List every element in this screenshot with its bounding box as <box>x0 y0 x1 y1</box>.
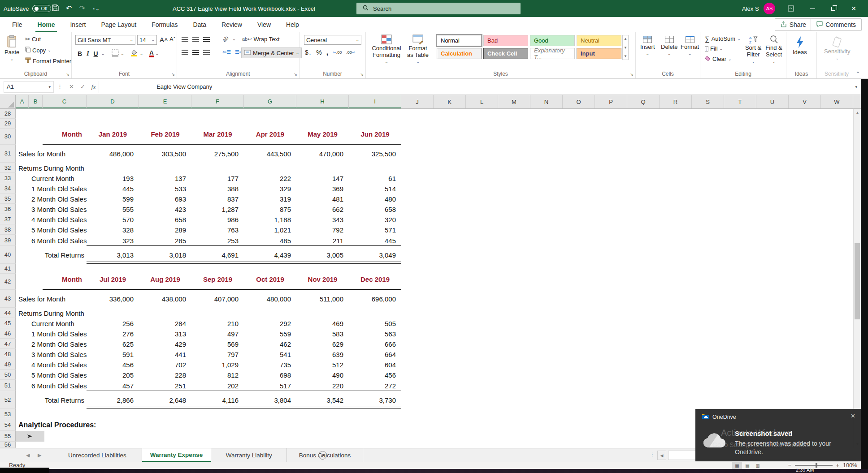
currency-button[interactable]: $⌄ <box>305 49 312 56</box>
cell-value[interactable]: 3,018 <box>139 251 191 259</box>
zoom-in-icon[interactable]: + <box>836 462 839 469</box>
row-header-28[interactable]: 28 <box>0 109 16 119</box>
minimize-button[interactable] <box>803 0 822 17</box>
tab-home[interactable]: Home <box>30 17 63 32</box>
align-right-icon[interactable] <box>203 50 210 55</box>
column-header-R[interactable]: R <box>660 95 692 108</box>
ideas-button[interactable]: Ideas <box>793 36 807 56</box>
total-returns-label[interactable]: Total Returns <box>31 396 84 404</box>
zoom-slider[interactable] <box>795 465 833 466</box>
row-header-32[interactable]: 32 <box>0 163 16 173</box>
row-header-49[interactable]: 49 <box>0 359 16 370</box>
cell-value[interactable]: 1,029 <box>191 361 244 368</box>
cell-value[interactable]: 639 <box>296 350 349 358</box>
style-chip-normal[interactable]: Normal <box>437 35 482 46</box>
row-header-50[interactable]: 50 <box>0 370 16 380</box>
month-header-label[interactable]: Month <box>43 130 82 138</box>
column-header-F[interactable]: F <box>191 95 244 108</box>
column-header-T[interactable]: T <box>724 95 756 108</box>
return-row-label[interactable]: 4 Month Old Sales <box>31 215 87 223</box>
cell-value[interactable]: 256 <box>87 319 139 327</box>
cell-value[interactable]: 511,000 <box>296 295 349 303</box>
row-header-44[interactable]: 44 <box>0 308 16 318</box>
italic-button[interactable]: I <box>85 50 90 57</box>
cell-value[interactable]: 325,500 <box>349 150 401 158</box>
new-sheet-button[interactable]: + <box>318 451 327 460</box>
month-header[interactable]: Aug 2019 <box>139 275 191 283</box>
tab-formulas[interactable]: Formulas <box>144 17 185 32</box>
cell-value[interactable]: 147 <box>296 174 349 182</box>
row-header-40[interactable]: 40 <box>0 246 16 264</box>
format-as-table-button[interactable]: Format as Table⌄ <box>405 34 430 64</box>
close-button[interactable]: ✕ <box>844 0 864 17</box>
style-chip-neutral[interactable]: Neutral <box>577 35 621 46</box>
cell-value[interactable]: 228 <box>139 371 191 378</box>
cell-value[interactable]: 505 <box>349 319 401 327</box>
autosave-toggle[interactable]: AutoSave Off <box>4 0 51 17</box>
sales-for-month-label[interactable]: Sales for Month <box>18 150 65 158</box>
insert-cells-button[interactable]: Insert⌄ <box>640 36 655 56</box>
bold-button[interactable]: B <box>76 50 83 57</box>
borders-icon[interactable] <box>112 49 119 58</box>
cell-value[interactable]: 289 <box>139 226 191 233</box>
cell-value[interactable]: 457 <box>87 382 139 389</box>
sort-filter-button[interactable]: AZ Sort & Filter⌄ <box>743 35 763 64</box>
cell-value[interactable]: 456 <box>349 371 401 378</box>
row-header-54[interactable]: 54 <box>0 419 16 431</box>
cell-value[interactable]: 693 <box>139 195 191 202</box>
cell-value[interactable]: 986 <box>191 215 244 223</box>
cell-value[interactable]: 205 <box>87 371 139 378</box>
column-header-O[interactable]: O <box>563 95 595 108</box>
cell-value[interactable]: 3,005 <box>296 251 349 259</box>
cell-value[interactable]: 3,804 <box>244 396 296 404</box>
row-header-47[interactable]: 47 <box>0 339 16 349</box>
tab-view[interactable]: View <box>250 17 278 32</box>
cell-value[interactable]: 456 <box>87 361 139 368</box>
font-color-dropdown[interactable]: ⌄ <box>156 52 159 56</box>
row-header-39[interactable]: 39 <box>0 235 16 246</box>
column-header-M[interactable]: M <box>498 95 530 108</box>
ribbon-display-options-icon[interactable] <box>781 0 801 17</box>
month-header[interactable]: Nov 2019 <box>296 275 349 283</box>
column-header-A[interactable]: A <box>16 95 29 108</box>
cell-value[interactable]: 313 <box>139 330 191 337</box>
cell-value[interactable]: 591 <box>87 350 139 358</box>
column-header-N[interactable]: N <box>530 95 563 108</box>
cell-value[interactable]: 443,500 <box>244 150 296 158</box>
cell-value[interactable]: 481 <box>296 195 349 202</box>
save-icon[interactable] <box>52 4 59 13</box>
cell-value[interactable]: 445 <box>87 185 139 192</box>
cell-value[interactable]: 323 <box>87 236 139 244</box>
font-size-select[interactable]: 14⌄ <box>137 35 157 45</box>
merge-center-button[interactable]: Merge & Center⌄ <box>241 47 302 58</box>
decrease-indent-icon[interactable]: ⇦☰ <box>222 49 231 55</box>
cell-value[interactable]: 285 <box>139 236 191 244</box>
cell-value[interactable]: 343 <box>296 215 349 223</box>
cell-value[interactable]: 1,287 <box>191 205 244 213</box>
cell-value[interactable]: 517 <box>244 382 296 389</box>
vertical-scroll-thumb[interactable] <box>855 243 860 319</box>
cell-value[interactable]: 2,648 <box>139 396 191 404</box>
increase-decimal-button[interactable]: ⇦.00 <box>333 50 342 55</box>
cell-value[interactable]: 555 <box>87 205 139 213</box>
cell-value[interactable]: 4,691 <box>191 251 244 259</box>
cell-value[interactable]: 1,188 <box>244 215 296 223</box>
align-left-icon[interactable] <box>182 50 188 55</box>
cell-value[interactable]: 272 <box>349 382 401 389</box>
row-header-30[interactable]: 30 <box>0 129 16 145</box>
cell-value[interactable]: 497 <box>191 330 244 337</box>
row-header-37[interactable]: 37 <box>0 214 16 224</box>
tab-help[interactable]: Help <box>278 17 307 32</box>
cell-value[interactable]: 541 <box>244 350 296 358</box>
grow-font-button[interactable]: A˄ <box>160 36 168 43</box>
font-name-select[interactable]: Gill Sans MT⌄ <box>75 35 135 45</box>
fill-color-icon[interactable] <box>130 49 138 58</box>
returns-during-month-label[interactable]: Returns During Month <box>18 309 84 317</box>
scrollbar-drag-dots[interactable]: ⋮ <box>650 452 655 457</box>
confirm-entry-icon[interactable]: ✓ <box>80 83 85 90</box>
zoom-slider-thumb[interactable] <box>816 463 817 468</box>
cell-value[interactable]: 490 <box>296 371 349 378</box>
avatar[interactable]: AS <box>764 3 775 14</box>
cell-value[interactable]: 604 <box>349 361 401 368</box>
cell-value[interactable]: 1,021 <box>244 226 296 233</box>
